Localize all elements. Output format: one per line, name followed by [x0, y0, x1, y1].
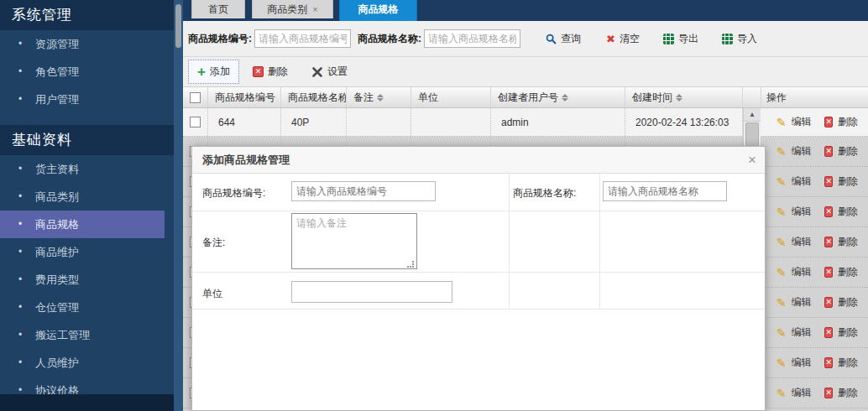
- sidebar-item-label: 商品类别: [35, 190, 79, 203]
- row-checkbox[interactable]: [190, 117, 201, 127]
- dialog-unit-input[interactable]: [291, 281, 452, 303]
- tab-active[interactable]: 商品规格: [339, 0, 417, 21]
- tab-label: 商品规格: [358, 3, 399, 15]
- edit-button[interactable]: 编辑: [792, 174, 812, 189]
- row-checkbox-cell: [183, 108, 208, 136]
- row-actions-cell: ✎编辑✕删除: [761, 227, 868, 257]
- delete-x-icon: ✕: [824, 146, 833, 157]
- dialog-title: 添加商品规格管理: [202, 153, 290, 166]
- sort-arrows-icon[interactable]: [676, 94, 682, 101]
- edit-button[interactable]: 编辑: [792, 115, 812, 129]
- sidebar-item[interactable]: •仓位管理: [0, 294, 165, 321]
- pencil-icon: ✎: [776, 356, 787, 370]
- row-actions-cell: ✎编辑✕删除: [761, 137, 868, 166]
- sidebar-item[interactable]: •用户管理: [0, 86, 165, 113]
- dialog-unit-label: 单位: [202, 287, 222, 301]
- sidebar-item[interactable]: •资源管理: [0, 30, 165, 58]
- sidebar-item-label: 货主资料: [35, 163, 79, 175]
- sidebar-item[interactable]: •搬运工管理: [0, 321, 165, 349]
- edit-button[interactable]: 编辑: [792, 356, 812, 370]
- row-delete-button[interactable]: 删除: [838, 356, 858, 370]
- sidebar-item[interactable]: •商品维护: [0, 238, 165, 266]
- sidebar-scrollbar[interactable]: [174, 0, 183, 411]
- header-cell[interactable]: 创建者用户号: [491, 87, 625, 107]
- edit-button[interactable]: 编辑: [792, 235, 812, 249]
- row-delete-button[interactable]: 删除: [838, 386, 858, 400]
- row-delete-button[interactable]: 删除: [838, 295, 858, 310]
- row-delete-button[interactable]: 删除: [838, 144, 858, 159]
- tab-closable[interactable]: 商品类别×: [252, 0, 333, 18]
- header-label: 商品规格名称: [288, 91, 347, 105]
- edit-button[interactable]: 编辑: [792, 325, 812, 340]
- header-label: 备注: [353, 91, 374, 105]
- pencil-icon: ✎: [776, 387, 787, 400]
- sidebar-item[interactable]: •人员维护: [0, 349, 165, 377]
- bullet-icon: •: [18, 86, 22, 113]
- row-cell: 40P: [281, 108, 347, 136]
- dialog-spec-name-input[interactable]: [603, 181, 727, 201]
- header-cell[interactable]: 备注: [347, 87, 411, 107]
- clear-button[interactable]: ✖ 清空: [606, 32, 640, 46]
- sidebar-scrollbar-thumb[interactable]: [175, 4, 181, 48]
- grid-line: [599, 174, 600, 310]
- spec-code-input[interactable]: [254, 29, 351, 48]
- spec-code-label: 商品规格编号:: [188, 32, 252, 46]
- import-button[interactable]: 导入: [722, 32, 757, 46]
- edit-button[interactable]: 编辑: [792, 386, 812, 400]
- pencil-icon: ✎: [776, 266, 787, 279]
- sort-arrows-icon[interactable]: [377, 94, 384, 101]
- row-delete-button[interactable]: 删除: [838, 205, 858, 219]
- pencil-icon: ✎: [776, 116, 787, 129]
- spec-name-input[interactable]: [424, 29, 520, 48]
- sidebar-item-label: 资源管理: [35, 38, 79, 50]
- scroll-up-icon[interactable]: ▲: [744, 108, 761, 122]
- sidebar-bottom-band: [0, 394, 174, 411]
- dialog-body: 商品规格编号: 商品规格名称: 备注: 单位: [192, 174, 765, 411]
- sidebar-item[interactable]: •角色管理: [0, 58, 165, 86]
- sidebar-item[interactable]: •费用类型: [0, 266, 165, 294]
- sidebar-item[interactable]: •商品类别: [0, 183, 165, 211]
- edit-button[interactable]: 编辑: [792, 205, 812, 219]
- resize-handle-icon[interactable]: [407, 261, 414, 268]
- tab-label: 商品类别: [267, 3, 307, 15]
- row-delete-button[interactable]: 删除: [838, 235, 858, 249]
- row-delete-button[interactable]: 删除: [838, 174, 858, 189]
- delete-button[interactable]: ✕ 删除: [244, 60, 296, 83]
- sidebar-item[interactable]: •货主资料: [0, 155, 165, 183]
- sidebar-item[interactable]: •商品规格: [0, 211, 165, 238]
- dialog-spec-name-label: 商品规格名称:: [513, 186, 576, 200]
- export-button[interactable]: 导出: [663, 32, 698, 46]
- tab-home[interactable]: 首页: [191, 0, 245, 18]
- dialog-close-icon[interactable]: ×: [748, 147, 756, 174]
- search-icon: [546, 34, 557, 44]
- header-scrollbar-spacer: [743, 87, 761, 107]
- sort-arrows-icon[interactable]: [562, 94, 568, 101]
- row-delete-button[interactable]: 删除: [838, 265, 858, 279]
- select-all-checkbox[interactable]: [190, 92, 201, 103]
- dialog-note-textarea[interactable]: [291, 213, 417, 269]
- row-actions-cell: ✎编辑✕删除: [761, 258, 868, 287]
- row-actions-cell: ✎编辑✕删除: [761, 108, 868, 136]
- row-delete-button[interactable]: 删除: [838, 325, 858, 340]
- header-cell[interactable]: 创建时间: [625, 87, 743, 107]
- edit-button[interactable]: 编辑: [792, 265, 812, 279]
- pencil-icon: ✎: [776, 145, 787, 159]
- add-button[interactable]: + 添加: [188, 60, 239, 84]
- row-delete-button[interactable]: 删除: [838, 115, 858, 129]
- header-label: 操作: [766, 91, 787, 105]
- bullet-icon: •: [18, 321, 22, 349]
- tab-close-icon[interactable]: ×: [312, 4, 317, 14]
- bullet-icon: •: [18, 155, 22, 183]
- edit-button[interactable]: 编辑: [792, 144, 812, 159]
- add-spec-dialog: 添加商品规格管理 × 商品规格编号: 商品规格名称: 备注: 单位: [191, 146, 766, 411]
- edit-button[interactable]: 编辑: [792, 295, 812, 310]
- dialog-spec-code-input[interactable]: [291, 181, 436, 201]
- delete-x-icon: ✕: [824, 176, 833, 187]
- header-checkbox-cell: [183, 87, 208, 107]
- query-button[interactable]: 查询: [546, 32, 581, 46]
- row-actions-cell: ✎编辑✕删除: [761, 167, 868, 196]
- app-window: 系统管理•资源管理•角色管理•用户管理基础资料•货主资料•商品类别•商品规格•商…: [0, 0, 868, 411]
- delete-x-icon: ✕: [824, 357, 833, 368]
- tab-bar: 首页商品类别×商品规格: [183, 0, 868, 21]
- settings-button[interactable]: 设置: [303, 60, 356, 83]
